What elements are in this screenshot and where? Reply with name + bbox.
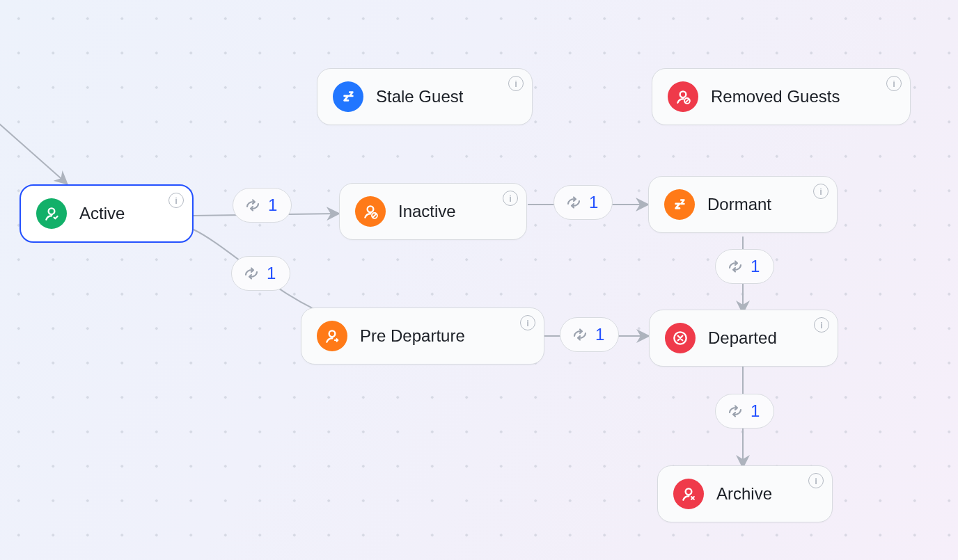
node-label: Stale Guest xyxy=(376,87,463,106)
transition-icon xyxy=(572,326,588,343)
edge-predeparture-to-departed[interactable]: 1 xyxy=(560,317,619,352)
info-icon[interactable] xyxy=(808,473,824,488)
transition-icon xyxy=(244,197,261,214)
edge-dormant-to-departed[interactable]: 1 xyxy=(715,249,774,284)
node-label: Departed xyxy=(708,328,777,348)
user-block-icon xyxy=(355,196,386,227)
info-icon[interactable] xyxy=(508,76,524,91)
user-arrow-icon xyxy=(317,321,347,351)
node-archive[interactable]: Archive xyxy=(657,465,833,522)
edge-count: 1 xyxy=(751,257,760,276)
transition-icon xyxy=(727,403,744,419)
info-icon[interactable] xyxy=(814,317,829,333)
node-stale-guest[interactable]: Stale Guest xyxy=(317,68,533,125)
transition-icon xyxy=(565,194,582,211)
user-check-icon xyxy=(36,198,67,229)
edge-count: 1 xyxy=(589,193,598,212)
info-icon[interactable] xyxy=(168,193,184,208)
edge-count: 1 xyxy=(267,264,276,283)
node-label: Inactive xyxy=(398,202,456,221)
edge-departed-to-archive[interactable]: 1 xyxy=(715,394,774,429)
node-active[interactable]: Active xyxy=(19,184,194,243)
edge-count: 1 xyxy=(595,325,604,344)
sleep-zz-icon xyxy=(333,81,363,112)
edge-count: 1 xyxy=(751,401,760,421)
info-icon[interactable] xyxy=(813,184,829,199)
node-inactive[interactable]: Inactive xyxy=(339,183,527,240)
user-block-icon xyxy=(668,81,698,112)
sleep-zz-icon xyxy=(664,189,695,220)
node-label: Archive xyxy=(716,484,772,504)
node-dormant[interactable]: Dormant xyxy=(648,176,838,233)
node-label: Removed Guests xyxy=(711,87,840,106)
node-label: Dormant xyxy=(707,195,771,214)
user-x-icon xyxy=(673,479,704,509)
node-label: Pre Departure xyxy=(360,326,465,346)
node-label: Active xyxy=(79,204,125,223)
info-icon[interactable] xyxy=(520,315,535,330)
node-departed[interactable]: Departed xyxy=(649,310,838,367)
edge-active-to-inactive[interactable]: 1 xyxy=(233,188,292,223)
edge-active-to-predeparture[interactable]: 1 xyxy=(231,256,290,291)
node-removed-guests[interactable]: Removed Guests xyxy=(652,68,911,125)
transition-icon xyxy=(727,258,744,275)
info-icon[interactable] xyxy=(886,76,902,91)
transition-icon xyxy=(243,265,260,282)
info-icon[interactable] xyxy=(503,191,518,206)
node-pre-departure[interactable]: Pre Departure xyxy=(301,307,544,365)
edge-count: 1 xyxy=(268,195,277,215)
edge-inactive-to-dormant[interactable]: 1 xyxy=(553,185,613,220)
x-circle-icon xyxy=(665,323,696,353)
